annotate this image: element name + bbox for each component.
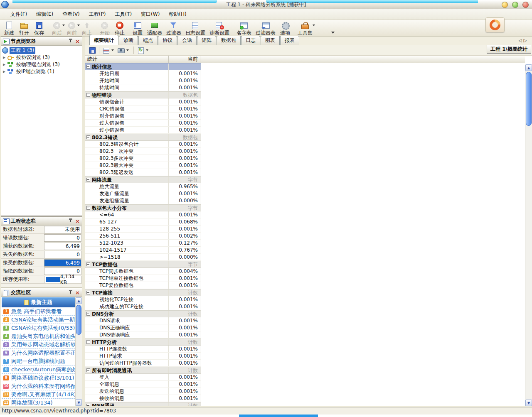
table-row[interactable]: 网络流量 字节 xyxy=(85,176,201,183)
export-save-icon[interactable] xyxy=(89,47,96,54)
table-row[interactable]: 数据包大小分布 字节 xyxy=(85,204,201,211)
table-row[interactable]: 物理错误 数据包 xyxy=(85,91,201,98)
maximize-button[interactable] xyxy=(512,2,518,8)
toolbar-button[interactable]: 向后 xyxy=(49,20,64,36)
topic-link[interactable]: 3 CSNA论坛有奖活动(0/53) xyxy=(2,324,75,332)
colasoft-logo-button[interactable] xyxy=(485,17,505,32)
table-row[interactable]: 65-127 0.068% xyxy=(85,218,201,226)
scroll-up-icon[interactable]: ▲ xyxy=(525,64,532,71)
menu-item[interactable]: 窗口(W) xyxy=(136,10,164,19)
tree-item[interactable]: ▶ 按IP端点浏览 (1) xyxy=(1,68,82,75)
refresh-icon[interactable] xyxy=(137,47,144,54)
chevron-down-icon[interactable] xyxy=(126,49,129,51)
topic-link[interactable]: 8 checker/Autorun病毒的处 xyxy=(2,365,75,374)
table-row[interactable]: 发送组播流量 0.000% xyxy=(85,197,201,204)
table-row[interactable]: 接收的消息 0.001% xyxy=(85,395,201,402)
table-row[interactable]: HTTP连接数 0.001% xyxy=(85,346,201,353)
view-tab[interactable]: 报表 xyxy=(280,36,299,45)
toolbar-button[interactable]: 工具集 xyxy=(296,20,315,36)
table-row[interactable]: 802.3错误 数据包 xyxy=(85,134,201,141)
table-row[interactable]: 802.3最大冲突 0.001% xyxy=(85,162,201,169)
table-row[interactable]: TCP数据包 字节 xyxy=(85,261,201,268)
scroll-down-icon[interactable]: ▼ xyxy=(525,400,532,406)
table-row[interactable]: 错误包合计 0.001% xyxy=(85,98,201,105)
pin-icon[interactable] xyxy=(69,39,73,44)
tree-item[interactable]: ▶ 按协议浏览 (3) xyxy=(1,54,82,61)
table-row[interactable]: 512-1023 0.127% xyxy=(85,240,201,247)
table-row[interactable]: 802.3多次冲突 0.001% xyxy=(85,155,201,162)
view-tab[interactable]: 矩阵 xyxy=(197,36,216,45)
topic-link[interactable]: 7 网吧一台电脑掉线问题 xyxy=(2,357,75,365)
table-row[interactable]: DNS请求 0.001% xyxy=(85,317,201,324)
view-tab[interactable]: 图表 xyxy=(261,36,280,45)
menu-item[interactable]: 工程(P) xyxy=(84,10,111,19)
tree-item[interactable]: ▶ 按物理端点浏览 (3) xyxy=(1,61,82,68)
scroll-up-icon[interactable]: ▲ xyxy=(76,297,82,304)
tree-root-label[interactable]: 工程 1 (3) xyxy=(10,47,35,54)
expand-arrow-icon[interactable]: ▶ xyxy=(1,70,7,74)
table-row[interactable]: 总共流量 0.965% xyxy=(85,183,201,190)
menu-item[interactable]: 查看(V) xyxy=(58,10,84,19)
topic-link[interactable]: 12 网络故障(3/134) xyxy=(2,399,75,406)
view-tab[interactable]: 会话 xyxy=(177,36,197,45)
toolbar-overflow-icon[interactable] xyxy=(331,32,335,34)
table-row[interactable]: 开始日期 0.001% xyxy=(85,70,201,77)
toolbar-button[interactable]: 名字表 xyxy=(234,20,254,36)
scroll-down-icon[interactable]: ▼ xyxy=(76,399,82,406)
table-row[interactable]: 发送的消息 0.001% xyxy=(85,388,201,395)
toolbar-button[interactable]: 设置 xyxy=(130,20,145,36)
scrollbar-thumb[interactable] xyxy=(76,305,81,335)
column-header-stat[interactable]: 统计 xyxy=(85,56,168,63)
table-row[interactable]: 过大错误包 0.001% xyxy=(85,120,201,127)
table-row[interactable]: TCP同步数据包 0.004% xyxy=(85,268,201,275)
table-row[interactable]: 对齐错误包 0.001% xyxy=(85,113,201,120)
menu-item[interactable]: 编辑(E) xyxy=(32,10,58,19)
table-row[interactable]: 访问过的HTTP服务器数 0.001% xyxy=(85,360,201,367)
table-row[interactable]: 1024-1517 0.767% xyxy=(85,247,201,254)
toolbar-button[interactable]: 选项 xyxy=(278,20,293,36)
table-row[interactable]: 802.3错误包合计 0.001% xyxy=(85,141,201,148)
field-options-icon[interactable] xyxy=(102,47,110,54)
table-row[interactable]: 过小错误包 0.001% xyxy=(85,127,201,134)
toolbar-button[interactable]: 保存 xyxy=(32,20,47,36)
table-row[interactable]: HTTP分析 计数 xyxy=(85,339,201,346)
toolbar-button[interactable]: 开始 xyxy=(97,20,112,36)
table-row[interactable]: 802.3一次冲突 0.001% xyxy=(85,148,201,155)
toolbar-button[interactable]: 过滤器 xyxy=(164,20,183,36)
table-row[interactable]: 128-255 0.001% xyxy=(85,226,201,233)
table-row[interactable]: TCP结束连接数据包 0.001% xyxy=(85,275,201,282)
topic-link[interactable]: 5 采用每步网动态域名解析软 xyxy=(2,341,75,349)
table-row[interactable]: DNS错误响应 0.001% xyxy=(85,331,201,339)
toolbar-button[interactable]: 向上 xyxy=(79,20,94,36)
chevron-down-icon[interactable] xyxy=(313,25,315,26)
toolbar-button[interactable]: 向前 xyxy=(64,20,79,36)
table-row[interactable]: TCP复位数据包 0.001% xyxy=(85,282,201,289)
table-row[interactable]: >=1518 0.000% xyxy=(85,254,201,261)
minimize-button[interactable] xyxy=(502,2,508,8)
close-button[interactable] xyxy=(522,2,529,8)
toolbar-button[interactable]: 日志设置 xyxy=(183,20,207,36)
table-row[interactable]: DNS分析 计数 xyxy=(85,310,201,317)
community-scrollbar[interactable]: ▲ ▼ xyxy=(75,297,82,406)
toolbar-button[interactable]: 新建 xyxy=(2,20,17,36)
chevron-down-icon[interactable] xyxy=(146,49,148,51)
view-tab[interactable]: 诊断 xyxy=(119,36,138,45)
column-header-current[interactable]: 当前 xyxy=(168,56,200,63)
menu-item[interactable]: 文件(F) xyxy=(6,10,32,19)
toolbar-button[interactable]: 停止 xyxy=(112,20,127,36)
topic-link[interactable]: 9 网络基础协议教程(3/101) xyxy=(2,374,75,382)
toolbar-button[interactable]: 打开 xyxy=(17,20,32,36)
view-tab[interactable]: 协议 xyxy=(158,36,177,45)
close-icon[interactable]: × xyxy=(74,39,81,44)
close-icon[interactable]: × xyxy=(74,218,81,224)
table-row[interactable]: 开始时间 0.001% xyxy=(85,77,201,84)
topic-link[interactable]: 6 为什么网络适配器配置不正 xyxy=(2,349,75,357)
table-row[interactable]: DNS正确响应 0.001% xyxy=(85,324,201,331)
topic-link[interactable]: 10 为什么我的科来没有网络配 xyxy=(2,382,75,390)
table-row[interactable]: 持续时间 0.001% xyxy=(85,84,201,91)
table-row[interactable]: MSN通讯 计数 xyxy=(85,402,201,406)
table-row[interactable]: 发送广播流量 0.001% xyxy=(85,190,201,197)
table-row[interactable]: 统计信息 xyxy=(85,63,201,70)
close-icon[interactable]: × xyxy=(74,290,81,295)
topic-link[interactable]: 11 要命啊,又有麻烦了(4/148) xyxy=(2,390,75,399)
